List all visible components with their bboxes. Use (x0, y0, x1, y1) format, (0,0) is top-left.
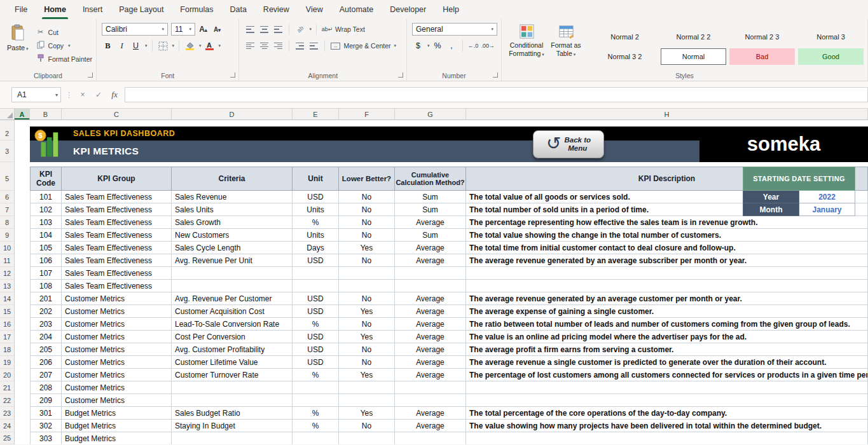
cell-kpi-description[interactable]: The total value showing the change in th… (466, 229, 868, 242)
cell-criteria[interactable]: Avg. Revenue Per Customer (172, 292, 293, 305)
cell-criteria[interactable] (172, 280, 293, 292)
cell-kpi-code[interactable]: 101 (30, 191, 62, 203)
font-name-combo[interactable]: Calibri▾ (102, 23, 168, 36)
cell-kpi-code[interactable]: 205 (30, 343, 62, 356)
cell-criteria[interactable] (172, 267, 293, 280)
cell-criteria[interactable]: Sales Growth (172, 216, 293, 229)
row-header-2[interactable]: 2 (0, 127, 14, 140)
align-left-button[interactable] (244, 39, 256, 52)
cell-lower-better[interactable]: No (339, 229, 395, 242)
cell-lower-better[interactable]: No (339, 318, 395, 331)
cell-kpi-description[interactable]: The total percentage of the core operati… (466, 407, 868, 420)
row-header-16[interactable]: 16 (0, 318, 14, 331)
ribbon-tab-automate[interactable]: Automate (331, 0, 382, 19)
row-header-17[interactable]: 17 (0, 331, 14, 343)
ribbon-tab-home[interactable]: Home (36, 0, 74, 19)
cell-style-normal[interactable]: Normal (661, 48, 726, 65)
ribbon-tab-file[interactable]: File (6, 0, 36, 19)
row-header-21[interactable]: 21 (0, 381, 14, 394)
cell-unit[interactable]: Days (293, 242, 339, 254)
name-box-resizer[interactable]: ⋮ (65, 91, 72, 99)
cell-calc-method[interactable]: Average (395, 356, 466, 369)
cell-lower-better[interactable]: Yes (339, 242, 395, 254)
font-color-button[interactable]: A (203, 39, 216, 52)
cell-lower-better[interactable]: Yes (339, 305, 395, 318)
cell-kpi-group[interactable]: Sales Team Effectiveness (62, 229, 172, 242)
cell-criteria[interactable]: Cost Per Conversion (172, 331, 293, 343)
cell-calc-method[interactable]: Sum (395, 203, 466, 216)
cell-lower-better[interactable]: No (339, 216, 395, 229)
cell-style-normal-2-2[interactable]: Normal 2 2 (661, 29, 726, 45)
cell-criteria[interactable]: Sales Units (172, 203, 293, 216)
cell-kpi-code[interactable]: 106 (30, 254, 62, 267)
row-header-15[interactable]: 15 (0, 305, 14, 318)
cell-kpi-description[interactable] (466, 432, 868, 444)
cell-kpi-description[interactable]: The total time from initial customer con… (466, 242, 868, 254)
cell-criteria[interactable]: Sales Budget Ratio (172, 407, 293, 420)
cell-lower-better[interactable]: No (339, 292, 395, 305)
back-to-menu-button[interactable]: ↺ Back toMenu (533, 130, 604, 158)
cell-kpi-group[interactable]: Budget Metrics (62, 407, 172, 420)
number-format-combo[interactable]: General▾ (412, 23, 497, 36)
cell-style-normal-2[interactable]: Normal 2 (592, 29, 658, 45)
column-header-g[interactable]: G (395, 109, 466, 120)
format-painter-button[interactable]: Format Painter (36, 53, 92, 64)
cell-lower-better[interactable]: No (339, 356, 395, 369)
cell-unit[interactable] (293, 432, 339, 444)
cell-lower-better[interactable]: No (339, 343, 395, 356)
cancel-entry-button[interactable]: × (77, 90, 88, 99)
row-header-11[interactable]: 11 (0, 254, 14, 267)
header-kpi-code[interactable]: KPI Code (30, 167, 62, 191)
middle-align-button[interactable] (258, 23, 270, 36)
alignment-dialog-launcher[interactable] (398, 72, 403, 78)
cell-calc-method[interactable]: Sum (395, 191, 466, 203)
bottom-align-button[interactable] (272, 23, 284, 36)
cell-kpi-group[interactable]: Sales Team Effectiveness (62, 280, 172, 292)
copy-button[interactable]: Copy▾ (36, 40, 92, 51)
cell-calc-method[interactable] (395, 432, 466, 444)
cell-kpi-description[interactable]: The value is an online ad pricing model … (466, 331, 868, 343)
cell-unit[interactable] (293, 381, 339, 394)
cell-kpi-description[interactable] (466, 267, 868, 280)
cell-calc-method[interactable] (395, 394, 466, 407)
row-header-9[interactable]: 9 (0, 229, 14, 242)
row-header-19[interactable]: 19 (0, 356, 14, 369)
cell-kpi-code[interactable]: 209 (30, 394, 62, 407)
cell-calc-method[interactable]: Average (395, 407, 466, 420)
cell-kpi-code[interactable]: 103 (30, 216, 62, 229)
header-cumulative-calc-method[interactable]: Cumulative Calculation Method? (395, 167, 466, 191)
cell-calc-method[interactable]: Sum (395, 229, 466, 242)
header-unit[interactable]: Unit (293, 167, 339, 191)
row-header-6[interactable]: 6 (0, 191, 14, 203)
cell-kpi-group[interactable]: Customer Metrics (62, 356, 172, 369)
cell-unit[interactable]: USD (293, 356, 339, 369)
cell-kpi-code[interactable]: 302 (30, 420, 62, 432)
cell-lower-better[interactable]: Yes (339, 369, 395, 381)
cell-lower-better[interactable]: No (339, 254, 395, 267)
cell-style-normal-2-3[interactable]: Normal 2 3 (729, 29, 795, 45)
decrease-indent-button[interactable] (294, 39, 306, 52)
cell-kpi-code[interactable]: 301 (30, 407, 62, 420)
cell-criteria[interactable]: New Customers (172, 229, 293, 242)
cell-lower-better[interactable]: Yes (339, 407, 395, 420)
merge-center-button[interactable]: ↔ (329, 39, 341, 52)
cell-kpi-group[interactable]: Customer Metrics (62, 318, 172, 331)
number-dialog-launcher[interactable] (493, 72, 498, 78)
cell-kpi-code[interactable]: 303 (30, 432, 62, 444)
cell-kpi-description[interactable]: The average expense of gaining a single … (466, 305, 868, 318)
cell-kpi-description[interactable]: The percentage representing how effectiv… (466, 216, 868, 229)
cell-lower-better[interactable]: No (339, 203, 395, 216)
clipboard-dialog-launcher[interactable] (88, 72, 93, 78)
cell-criteria[interactable]: Sales Cycle Length (172, 242, 293, 254)
cell-kpi-code[interactable]: 201 (30, 292, 62, 305)
row-header-10[interactable]: 10 (0, 242, 14, 254)
column-header-e[interactable]: E (293, 109, 339, 120)
cell-criteria[interactable] (172, 432, 293, 444)
cell-unit[interactable]: USD (293, 343, 339, 356)
column-header-a[interactable]: A (15, 109, 30, 120)
cell-kpi-description[interactable]: The ratio between total number of leads … (466, 318, 868, 331)
row-header-8[interactable]: 8 (0, 216, 14, 229)
paste-button[interactable]: Paste▾ (5, 24, 31, 64)
increase-decimal-button[interactable]: ←.0 (467, 39, 479, 52)
cell-lower-better[interactable] (339, 280, 395, 292)
